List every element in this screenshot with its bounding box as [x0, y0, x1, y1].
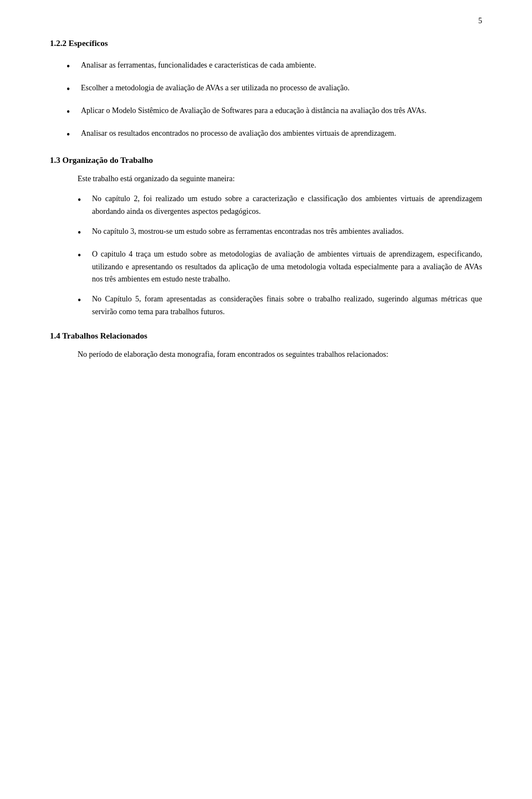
section-122-bullet-list: • Analisar as ferramentas, funcionalidad…	[50, 59, 482, 142]
bullet-dot-icon: •	[66, 127, 76, 142]
section-13-intro: Este trabalho está organizado da seguint…	[78, 173, 482, 185]
list-item: • No Capítulo 5, foram apresentadas as c…	[50, 293, 482, 318]
page: 5 1.2.2 Específicos • Analisar as ferram…	[0, 0, 532, 799]
bullet-dot-icon: •	[78, 226, 88, 240]
bullet-text: Escolher a metodologia de avaliação de A…	[81, 82, 482, 94]
bullet-text: No capítulo 3, mostrou-se um estudo sobr…	[92, 226, 482, 238]
bullet-dot-icon: •	[66, 59, 76, 74]
bullet-dot-icon: •	[78, 193, 88, 208]
page-number: 5	[478, 17, 482, 25]
section-13-heading: 1.3 Organização do Trabalho	[50, 156, 482, 165]
section-13-bullet-list: • No capítulo 2, foi realizado um estudo…	[50, 193, 482, 318]
bullet-text: Analisar os resultados encontrados no pr…	[81, 127, 482, 140]
section-14-paragraph: No período de elaboração desta monografi…	[78, 349, 482, 361]
list-item: • Analisar as ferramentas, funcionalidad…	[50, 59, 482, 74]
bullet-dot-icon: •	[78, 293, 88, 308]
list-item: • No capítulo 3, mostrou-se um estudo so…	[50, 226, 482, 240]
list-item: • Aplicar o Modelo Sistêmico de Avaliaçã…	[50, 105, 482, 120]
list-item: • Analisar os resultados encontrados no …	[50, 127, 482, 142]
bullet-text: Analisar as ferramentas, funcionalidades…	[81, 59, 482, 71]
bullet-dot-icon: •	[66, 82, 76, 97]
list-item: • No capítulo 2, foi realizado um estudo…	[50, 193, 482, 218]
bullet-text: Aplicar o Modelo Sistêmico de Avaliação …	[81, 105, 482, 117]
section-122-heading: 1.2.2 Específicos	[50, 39, 482, 48]
list-item: • Escolher a metodologia de avaliação de…	[50, 82, 482, 97]
bullet-dot-icon: •	[66, 105, 76, 120]
bullet-text: No capítulo 2, foi realizado um estudo s…	[92, 193, 482, 218]
list-item: • O capitulo 4 traça um estudo sobre as …	[50, 248, 482, 285]
section-14-heading: 1.4 Trabalhos Relacionados	[50, 331, 482, 341]
bullet-text: No Capítulo 5, foram apresentadas as con…	[92, 293, 482, 318]
bullet-dot-icon: •	[78, 248, 88, 263]
bullet-text: O capitulo 4 traça um estudo sobre as me…	[92, 248, 482, 285]
